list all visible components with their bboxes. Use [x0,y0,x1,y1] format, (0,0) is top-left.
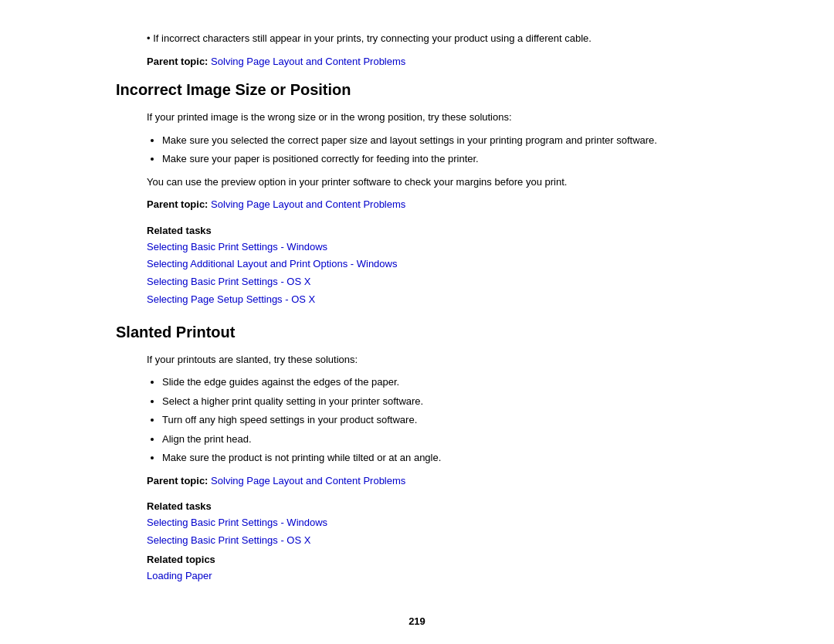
section2-related-topics-heading: Related topics [147,554,718,565]
list-item: Align the print head. [162,432,718,447]
section1-related-tasks-heading: Related tasks [147,225,718,236]
section-slanted-printout: Slanted Printout If your printouts are s… [116,324,718,585]
list-item: Slide the edge guides against the edges … [162,375,718,390]
section2-body1: If your printouts are slanted, try these… [147,352,718,368]
parent-topic-line-1: Parent topic: Solving Page Layout and Co… [147,54,718,69]
section1-parent-link[interactable]: Solving Page Layout and Content Problems [211,198,405,210]
list-item: Make sure your paper is positioned corre… [162,151,718,167]
list-item: Turn off any high speed settings in your… [162,412,718,428]
section1-link-3[interactable]: Selecting Basic Print Settings - OS X [147,274,718,290]
list-item: Select a higher print quality setting in… [162,394,718,409]
section2-heading: Slanted Printout [116,324,718,341]
section1-body2: You can use the preview option in your p… [147,175,718,190]
section2-related-tasks-heading: Related tasks [147,500,718,512]
section1-link-2[interactable]: Selecting Additional Layout and Print Op… [147,256,718,273]
section1-bullet-list: Make sure you selected the correct paper… [162,133,718,167]
section1-parent-label: Parent topic: [147,198,208,210]
list-item: Make sure the product is not printing wh… [162,450,718,466]
section1-related-links: Selecting Basic Print Settings - Windows… [147,239,718,308]
section2-related-task-links: Selecting Basic Print Settings - Windows… [147,515,718,549]
section1-heading: Incorrect Image Size or Position [116,81,718,99]
section2-bullet-list: Slide the edge guides against the edges … [162,375,718,466]
section2-parent-link[interactable]: Solving Page Layout and Content Problems [211,475,405,486]
page-number: 219 [116,615,718,627]
section2-parent-topic: Parent topic: Solving Page Layout and Co… [147,473,718,489]
section1-body1: If your printed image is the wrong size … [147,110,718,125]
parent-topic-label-1: Parent topic: [147,56,208,67]
section2-topic-link-1[interactable]: Loading Paper [147,568,718,585]
section-incorrect-image-size: Incorrect Image Size or Position If your… [116,81,718,308]
page-content: • If incorrect characters still appear i… [70,0,764,644]
section2-related-topic-links: Loading Paper [147,568,718,585]
list-item: Make sure you selected the correct paper… [162,133,718,148]
intro-bullet: • If incorrect characters still appear i… [147,31,718,46]
section2-task-link-1[interactable]: Selecting Basic Print Settings - Windows [147,515,718,531]
parent-topic-link-1[interactable]: Solving Page Layout and Content Problems [211,56,405,67]
section2-task-link-2[interactable]: Selecting Basic Print Settings - OS X [147,533,718,549]
section1-parent-topic: Parent topic: Solving Page Layout and Co… [147,197,718,212]
section1-link-4[interactable]: Selecting Page Setup Settings - OS X [147,292,718,308]
section2-parent-label: Parent topic: [147,475,208,486]
section1-link-1[interactable]: Selecting Basic Print Settings - Windows [147,239,718,256]
